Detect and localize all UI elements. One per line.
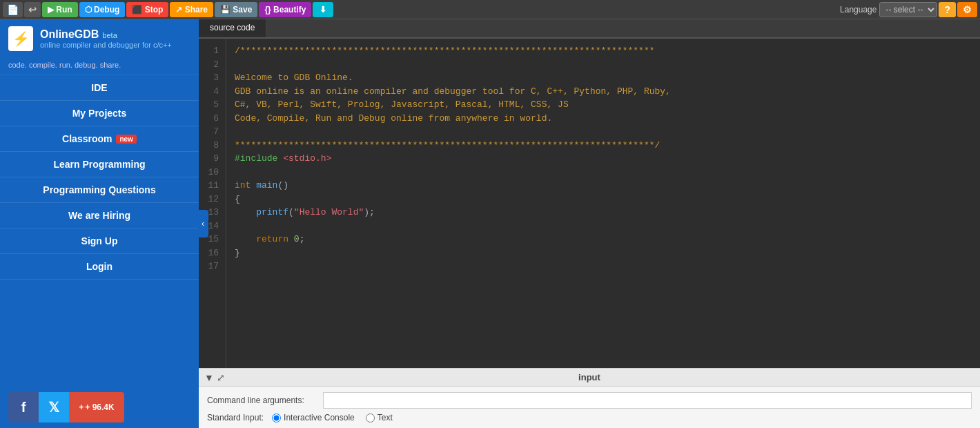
share-button[interactable]: ↗ Share xyxy=(170,2,213,17)
text-radio[interactable] xyxy=(366,414,375,422)
sidebar-collapse-button[interactable]: ‹ xyxy=(197,210,208,237)
sidebar-item-we-are-hiring[interactable]: We are Hiring xyxy=(0,203,199,228)
stdin-radio-group: Interactive Console Text xyxy=(272,413,393,422)
twitter-button[interactable]: 𝕏 xyxy=(39,392,69,422)
bottom-panel-header: ▼ ⤢ input xyxy=(199,369,980,387)
tab-source-code[interactable]: source code xyxy=(199,19,266,37)
bottom-panel-body: Command line arguments: Standard Input: … xyxy=(199,387,980,428)
code-editor[interactable]: 12345 678910 1112131415 1617 /**********… xyxy=(199,39,980,368)
sidebar-item-classroom[interactable]: Classroom new xyxy=(0,126,199,152)
sidebar-item-learn-programming[interactable]: Learn Programming xyxy=(0,152,199,177)
stdin-label: Standard Input: xyxy=(207,413,264,422)
sidebar-header: ⚡ OnlineGDB beta online compiler and deb… xyxy=(0,19,199,58)
new-badge: new xyxy=(116,135,136,144)
stdin-row: Standard Input: Interactive Console Text xyxy=(207,413,972,422)
classroom-label: Classroom xyxy=(62,133,112,144)
share-count-button[interactable]: + + 96.4K xyxy=(69,392,124,422)
input-panel-title: input xyxy=(578,372,600,382)
logo-icon: ⚡ xyxy=(8,26,33,51)
run-button[interactable]: ▶ Run xyxy=(42,2,78,17)
cmd-args-row: Command line arguments: xyxy=(207,392,972,409)
facebook-button[interactable]: f xyxy=(8,392,39,422)
sidebar-item-programming-questions[interactable]: Programming Questions xyxy=(0,177,199,203)
sidebar-nav: IDE My Projects Classroom new Learn Prog… xyxy=(0,75,199,280)
beta-label: beta xyxy=(102,31,117,39)
sidebar: ⚡ OnlineGDB beta online compiler and deb… xyxy=(0,19,199,428)
settings-button[interactable]: ⚙ xyxy=(957,2,977,17)
sidebar-subtitle: online compiler and debugger for c/c++ xyxy=(40,41,172,49)
collapse-panel-button[interactable]: ▼ xyxy=(204,372,214,383)
sidebar-title-area: OnlineGDB beta online compiler and debug… xyxy=(40,28,172,49)
language-label: Language xyxy=(840,5,876,14)
cmd-args-label: Command line arguments: xyxy=(207,396,317,405)
line-numbers: 12345 678910 1112131415 1617 xyxy=(199,39,226,368)
cmd-args-input[interactable] xyxy=(323,392,972,409)
interactive-label: Interactive Console xyxy=(284,413,355,422)
debug-button[interactable]: ⬡ Debug xyxy=(79,2,126,17)
save-button[interactable]: 💾 Save xyxy=(215,2,257,17)
sidebar-item-ide[interactable]: IDE xyxy=(0,75,199,101)
expand-panel-button[interactable]: ⤢ xyxy=(217,372,225,383)
stop-button[interactable]: ⬛ Stop xyxy=(126,2,168,17)
toolbar: 📄 ↩ ▶ Run ⬡ Debug ⬛ Stop ↗ Share 💾 Save … xyxy=(0,0,980,19)
editor-area: source code 12345 678910 1112131415 1617… xyxy=(199,19,980,428)
help-button[interactable]: ? xyxy=(939,2,956,17)
code-content[interactable]: /***************************************… xyxy=(226,39,980,368)
interactive-radio[interactable] xyxy=(272,414,281,422)
sidebar-tagline: code. compile. run. debug. share. xyxy=(0,58,199,75)
file-button[interactable]: 📄 xyxy=(3,2,23,17)
language-select[interactable]: -- select -- xyxy=(879,2,937,17)
main-layout: ⚡ OnlineGDB beta online compiler and deb… xyxy=(0,19,980,428)
sidebar-item-login[interactable]: Login xyxy=(0,254,199,280)
social-area: f 𝕏 + + 96.4K xyxy=(0,387,199,428)
sidebar-item-sign-up[interactable]: Sign Up xyxy=(0,228,199,254)
sidebar-title: OnlineGDB beta xyxy=(40,28,172,41)
beautify-button[interactable]: {} Beautify xyxy=(259,2,311,17)
editor-tabs: source code xyxy=(199,19,980,39)
interactive-console-option[interactable]: Interactive Console xyxy=(272,413,355,422)
share-count: + 96.4K xyxy=(85,402,114,412)
sidebar-item-my-projects[interactable]: My Projects xyxy=(0,101,199,126)
bottom-panel: ▼ ⤢ input Command line arguments: Standa… xyxy=(199,368,980,428)
language-selector-area: Language -- select -- xyxy=(840,2,937,17)
text-label: Text xyxy=(378,413,393,422)
bottom-controls: ▼ ⤢ xyxy=(204,372,225,383)
plus-icon: + xyxy=(79,402,84,412)
text-option[interactable]: Text xyxy=(366,413,393,422)
download-button[interactable]: ⬇ xyxy=(313,2,333,17)
undo-button[interactable]: ↩ xyxy=(24,2,41,17)
